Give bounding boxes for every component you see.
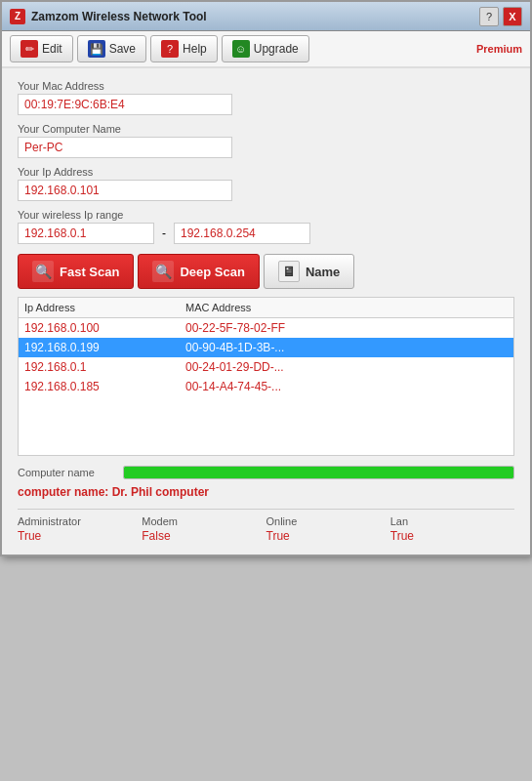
table-row[interactable]: 192.168.0.100 00-22-5F-78-02-FF — [19, 318, 513, 338]
status-col-header: Modem — [142, 515, 266, 529]
table-cell-name — [347, 360, 508, 374]
help-icon: ? — [161, 40, 179, 58]
ip-range-start-input[interactable] — [18, 223, 154, 244]
premium-label: Premium — [476, 43, 522, 55]
ip-address-label: Your Ip Address — [18, 166, 514, 178]
ip-range-end-input[interactable] — [174, 223, 310, 244]
name-button[interactable]: 🖥 Name — [264, 254, 354, 289]
table-cell-name — [347, 341, 508, 354]
table-cell-name — [347, 380, 508, 393]
table-cell-mac: 00-14-A4-74-45-... — [185, 380, 347, 393]
progress-row: Computer name — [18, 466, 514, 479]
col-header-name — [347, 302, 508, 313]
computer-name-label: Your Computer Name — [18, 123, 514, 135]
status-col-header: Administrator — [18, 515, 142, 529]
edit-button[interactable]: ✏ Edit — [10, 35, 73, 62]
save-button[interactable]: 💾 Save — [77, 35, 146, 62]
table-row[interactable]: 192.168.0.185 00-14-A4-74-45-... — [19, 377, 513, 396]
status-value: False — [142, 529, 266, 543]
window-title: Zamzom Wireless Network Tool — [31, 10, 207, 23]
toolbar: ✏ Edit 💾 Save ? Help ☺ Upgrade Premium — [2, 31, 530, 68]
main-window: Z Zamzom Wireless Network Tool ? X ✏ Edi… — [0, 0, 532, 556]
fast-scan-icon: 🔍 — [32, 261, 54, 282]
progress-label: Computer name — [18, 467, 115, 478]
deep-scan-icon: 🔍 — [152, 261, 174, 282]
computer-name-group: Your Computer Name — [18, 123, 514, 158]
status-col-header: Online — [266, 515, 390, 529]
divider — [18, 509, 514, 510]
edit-icon: ✏ — [20, 40, 38, 58]
status-value: True — [266, 529, 390, 543]
mac-address-group: Your Mac Address — [18, 80, 514, 115]
help-button[interactable]: ? Help — [150, 35, 218, 62]
ip-range-separator: - — [162, 226, 166, 240]
status-value: True — [18, 529, 142, 543]
ip-address-group: Your Ip Address — [18, 166, 514, 201]
help-title-button[interactable]: ? — [479, 7, 499, 26]
status-col-header: Lan — [390, 515, 514, 529]
col-header-ip: Ip Address — [24, 302, 185, 313]
table-body: 192.168.0.100 00-22-5F-78-02-FF 192.168.… — [19, 318, 513, 455]
results-table: Ip Address MAC Address 192.168.0.100 00-… — [18, 297, 514, 456]
table-cell-mac: 00-90-4B-1D-3B-... — [185, 341, 347, 354]
ip-range-label: Your wireless Ip range — [18, 209, 514, 221]
table-row[interactable]: 192.168.0.1 00-24-01-29-DD-... — [19, 357, 513, 377]
table-cell-ip: 192.168.0.199 — [24, 341, 185, 354]
upgrade-button[interactable]: ☺ Upgrade — [222, 35, 309, 62]
ip-range-group: Your wireless Ip range - — [18, 209, 514, 244]
table-cell-mac: 00-24-01-29-DD-... — [185, 360, 347, 374]
table-header: Ip Address MAC Address — [19, 298, 513, 318]
computer-name-result: computer name: Dr. Phil computer — [18, 485, 514, 499]
table-cell-mac: 00-22-5F-78-02-FF — [185, 321, 347, 335]
title-controls: ? X — [479, 7, 522, 26]
title-bar-left: Z Zamzom Wireless Network Tool — [10, 9, 207, 24]
mac-address-label: Your Mac Address — [18, 80, 514, 92]
table-row[interactable]: 192.168.0.199 00-90-4B-1D-3B-... — [19, 338, 513, 357]
progress-bar-container — [123, 466, 514, 479]
table-cell-ip: 192.168.0.1 — [24, 360, 185, 374]
content-area: Your Mac Address Your Computer Name Your… — [2, 68, 530, 555]
status-grid: AdministratorModemOnlineLanTrueFalseTrue… — [18, 515, 514, 543]
col-header-mac: MAC Address — [185, 302, 347, 313]
name-button-icon: 🖥 — [278, 261, 300, 282]
deep-scan-button[interactable]: 🔍 Deep Scan — [138, 254, 259, 289]
upgrade-icon: ☺ — [232, 40, 250, 58]
ip-range-row: - — [18, 223, 514, 244]
progress-bar-fill — [124, 467, 513, 478]
table-cell-ip: 192.168.0.100 — [24, 321, 185, 335]
table-cell-ip: 192.168.0.185 — [24, 380, 185, 393]
table-cell-name — [347, 321, 508, 335]
scan-buttons: 🔍 Fast Scan 🔍 Deep Scan 🖥 Name — [18, 254, 514, 289]
save-icon: 💾 — [88, 40, 105, 58]
title-bar: Z Zamzom Wireless Network Tool ? X — [2, 2, 530, 31]
ip-address-input[interactable] — [18, 180, 232, 201]
app-icon: Z — [10, 9, 25, 24]
status-value: True — [390, 529, 514, 543]
close-button[interactable]: X — [503, 7, 522, 26]
computer-name-input[interactable] — [18, 137, 232, 158]
fast-scan-button[interactable]: 🔍 Fast Scan — [18, 254, 134, 289]
mac-address-input[interactable] — [18, 94, 232, 115]
